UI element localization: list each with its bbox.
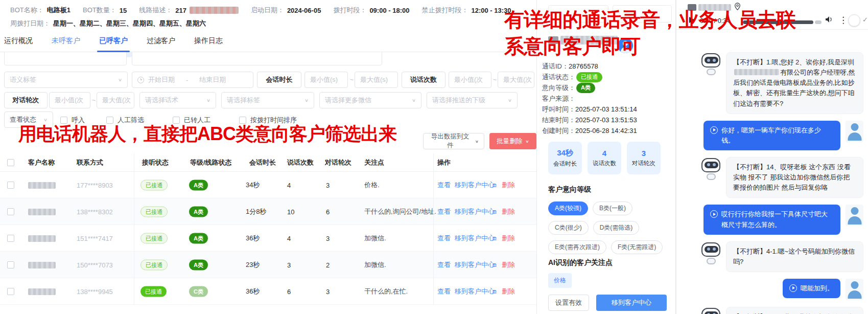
column-header: 操作 bbox=[437, 158, 451, 167]
duration-min-input[interactable]: 最小值(s) bbox=[304, 72, 348, 88]
view-link[interactable]: 查看 bbox=[437, 234, 451, 243]
move-link[interactable]: 移到客户中心 bbox=[455, 181, 495, 190]
date-range-picker[interactable]: 开始日期 - 结束日期 bbox=[132, 72, 253, 88]
speak-count-cell: 10 bbox=[287, 208, 294, 215]
move-link[interactable]: 移到客户中心 bbox=[455, 287, 495, 296]
talk-max-input[interactable]: 最大值(次 bbox=[498, 72, 534, 88]
duration-min-placeholder: 最小值(s) bbox=[310, 75, 338, 84]
detail-label: 通话ID： bbox=[542, 62, 569, 71]
bulk-delete-button[interactable]: 批量删除 ∨ bbox=[489, 133, 536, 149]
checkbox-icon[interactable] bbox=[106, 117, 113, 124]
copy-icon[interactable]: ⧉ bbox=[492, 182, 497, 188]
view-link[interactable]: 查看 bbox=[437, 260, 451, 270]
play-audio-icon[interactable] bbox=[710, 126, 718, 134]
round-count-cell: 3 bbox=[326, 181, 330, 189]
talk-min-input[interactable]: 最小值(次 bbox=[449, 72, 491, 88]
move-to-customer-center-button[interactable]: 移到客户中心 bbox=[596, 295, 667, 311]
audio-play-button[interactable] bbox=[689, 17, 695, 23]
row-checkbox[interactable] bbox=[7, 182, 14, 189]
delete-link[interactable]: 删除 bbox=[502, 260, 515, 270]
range-separator: ~ bbox=[493, 76, 497, 83]
grade-badge: A类 bbox=[189, 233, 208, 243]
bot-info-line: BOT名称：电路板1BOT数量：15线路描述：217启动日期：2024-06-0… bbox=[10, 6, 536, 15]
end-date-placeholder: 结束日期 bbox=[199, 75, 226, 84]
redacted-customer-name bbox=[28, 209, 56, 215]
view-link[interactable]: 查看 bbox=[437, 181, 451, 190]
truncated-filter-input[interactable] bbox=[132, 52, 382, 65]
rounds-max-placeholder: 最大值(次 bbox=[102, 96, 131, 105]
row-checkbox[interactable] bbox=[7, 261, 14, 268]
checkbox-icon[interactable] bbox=[60, 117, 67, 124]
volume-icon[interactable] bbox=[825, 15, 834, 24]
grade-pill[interactable]: E类(需再次跟进) bbox=[548, 240, 606, 254]
script-select[interactable]: 请选择话术∨ bbox=[139, 92, 216, 108]
filter-checkbox[interactable]: 人工筛选 bbox=[106, 116, 144, 125]
truncated-filter-input[interactable] bbox=[4, 52, 127, 65]
push-subordinate-select[interactable]: 请选择推送的下级∨ bbox=[427, 92, 518, 108]
grade-pill[interactable]: A类(较强) bbox=[548, 201, 588, 215]
bot-avatar-chin bbox=[707, 173, 716, 180]
copy-icon[interactable]: ⧉ bbox=[492, 235, 497, 241]
move-link[interactable]: 移到客户中心 bbox=[455, 234, 495, 243]
checkbox-icon[interactable] bbox=[173, 117, 180, 124]
info-field: BOT数量：15 bbox=[83, 6, 127, 15]
detail-label: 结束时间： bbox=[542, 116, 575, 125]
delete-link[interactable]: 删除 bbox=[502, 181, 515, 190]
chevron-down-icon: ∨ bbox=[203, 98, 210, 103]
semantic-tag-select[interactable]: 语义标签 ∨ bbox=[4, 72, 128, 88]
chat-message-row: 哎行行行你给我报一下具体尺寸吧大概尺寸算怎么算的。 bbox=[701, 205, 863, 234]
detail-label: 呼叫时间： bbox=[542, 105, 575, 114]
grade-pill[interactable]: F类(无需跟进) bbox=[611, 240, 663, 254]
prev-call-button[interactable] bbox=[548, 5, 608, 23]
copy-icon[interactable]: ⧉ bbox=[492, 288, 497, 295]
rounds-max-input[interactable]: 最大值(次 bbox=[97, 92, 134, 108]
grade-badge: A类 bbox=[189, 206, 208, 217]
duration-cell: 36秒 bbox=[246, 287, 260, 296]
tab-called[interactable]: 已呼客户 bbox=[99, 30, 128, 52]
row-checkbox[interactable] bbox=[7, 235, 14, 242]
delete-link[interactable]: 删除 bbox=[502, 207, 515, 216]
table-toolbar: 导出数据到文件 ∨ 批量删除 ∨ bbox=[423, 133, 536, 149]
grade-pill[interactable]: D类(需筛选) bbox=[593, 221, 640, 235]
rounds-min-input[interactable]: 最小值(次 bbox=[49, 92, 90, 108]
delete-link[interactable]: 删除 bbox=[502, 287, 515, 296]
filter-checkbox[interactable]: 按拨打时间排序 bbox=[239, 116, 297, 125]
set-valid-button[interactable]: 设置有效 bbox=[548, 295, 589, 311]
checkbox-icon[interactable] bbox=[239, 117, 246, 124]
round-count-cell: 3 bbox=[326, 234, 330, 242]
delete-link[interactable]: 删除 bbox=[502, 234, 515, 243]
phone-cell: 177****8903 bbox=[77, 181, 113, 189]
toggle-knob[interactable] bbox=[848, 14, 860, 27]
row-checkbox[interactable] bbox=[7, 288, 14, 295]
view-link[interactable]: 查看 bbox=[437, 287, 451, 296]
grade-pill[interactable]: C类(很少) bbox=[548, 221, 589, 235]
info-field: 禁止拨打时段：12:00 - 13:30 bbox=[421, 6, 511, 15]
move-link[interactable]: 移到客户中心 bbox=[455, 260, 495, 270]
view-link[interactable]: 查看 bbox=[437, 207, 451, 216]
row-checkbox[interactable] bbox=[7, 208, 14, 215]
checkbox-label: 按拨打时间排序 bbox=[250, 116, 297, 125]
play-audio-icon[interactable] bbox=[789, 284, 797, 292]
audio-progress-bar[interactable] bbox=[743, 20, 813, 24]
next-call-button[interactable] bbox=[613, 5, 672, 23]
duration-max-input[interactable]: 最大值(s) bbox=[355, 72, 398, 88]
focus-title: AI识别的客户关注点 bbox=[548, 258, 613, 267]
copy-icon[interactable]: ⧉ bbox=[492, 261, 497, 268]
tab-logs[interactable]: 操作日志 bbox=[194, 30, 223, 52]
tab-overview[interactable]: 运行概况 bbox=[4, 30, 33, 52]
grade-pill[interactable]: B类(一般) bbox=[593, 201, 632, 215]
export-data-button[interactable]: 导出数据到文件 ∨ bbox=[423, 133, 484, 149]
copy-icon[interactable]: ⧉ bbox=[492, 208, 497, 215]
tab-uncalled[interactable]: 未呼客户 bbox=[52, 30, 80, 52]
play-audio-icon[interactable] bbox=[710, 210, 718, 218]
filter-checkbox[interactable]: 呼入 bbox=[60, 116, 85, 125]
status-badge: 已接通 bbox=[140, 206, 168, 217]
tag-select[interactable]: 请选择标签∨ bbox=[221, 92, 314, 108]
bot-bubble: 【不打断】4-1.嗯~这个号码能加到你微信吗? bbox=[726, 241, 863, 272]
tab-filtered[interactable]: 过滤客户 bbox=[147, 30, 175, 52]
audio-menu-icon[interactable]: ⋮ bbox=[839, 15, 848, 26]
move-link[interactable]: 移到客户中心 bbox=[455, 207, 495, 216]
filter-checkbox[interactable]: 已转人工 bbox=[173, 116, 210, 125]
select-all-checkbox[interactable] bbox=[7, 159, 14, 166]
wechat-select[interactable]: 请选择更多微信∨ bbox=[319, 92, 421, 108]
